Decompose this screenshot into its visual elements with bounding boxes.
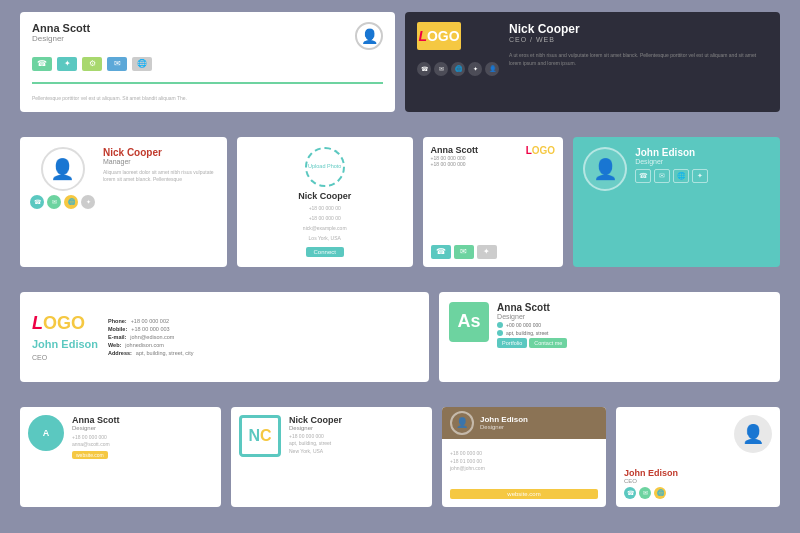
nick-loc-icon: ✦ — [81, 195, 95, 209]
contact-button[interactable]: Contact me — [529, 338, 567, 348]
anna-circle-website-btn[interactable]: website.com — [72, 451, 108, 459]
email-circle-icon: ✉ — [434, 62, 448, 76]
nick-nc-name: Nick Cooper — [289, 415, 424, 425]
row1: Anna Scott Designer 👤 ☎ ✦ ⚙ ✉ 🌐 Pellente… — [20, 12, 780, 112]
anna-badge-name: Anna Scott — [497, 302, 770, 313]
email-icon-box: ✉ — [107, 57, 127, 71]
nick-profile-name: Nick Cooper — [103, 147, 217, 158]
nick-profile-info: Nick Cooper Manager Aliquam laoreet dolo… — [103, 147, 217, 257]
location-circle-icon: ✦ — [468, 62, 482, 76]
gray-icon-box: ✦ — [477, 245, 497, 259]
john-bottom-details: +18 00 000 00 +18 01 000 00 john@john.co… — [450, 444, 598, 479]
card-anna-simple: Anna Scott Designer 👤 ☎ ✦ ⚙ ✉ 🌐 Pellente… — [20, 12, 395, 112]
nick-profile-role: Manager — [103, 158, 217, 165]
john-right-icons: ☎ ✉ 🌐 — [624, 487, 772, 499]
john-teal-name: John Edison — [635, 147, 770, 158]
nick-dark-name: Nick Cooper — [509, 22, 768, 36]
card-anna-logo: Anna Scott +18 00 000 000 +18 00 000 000… — [423, 137, 564, 267]
card-john-teal: 👤 John Edison Designer ☎ ✉ 🌐 ✦ — [573, 137, 780, 267]
john-teal-info: John Edison Designer ☎ ✉ 🌐 ✦ — [635, 147, 770, 257]
john-teal-role: Designer — [635, 158, 770, 165]
anna-logo-icons: ☎ ✉ ✦ — [431, 245, 556, 259]
anna-simple-separator — [32, 82, 383, 84]
card-john-logo: LOGO John Edison CEO Phone:+18 00 000 00… — [20, 292, 429, 382]
phone-dot — [497, 322, 503, 328]
nick-phone-icon: ☎ — [30, 195, 44, 209]
anna-simple-role: Designer — [32, 34, 90, 43]
nick-dark-info: Nick Cooper CEO / WEB A ut eros et nibh … — [509, 22, 768, 102]
teal-icon-box: ☎ — [431, 245, 451, 259]
nick-profile-avatar: 👤 — [41, 147, 85, 191]
upload-phone1: +18 00 000 00 — [309, 205, 341, 211]
john-logo-badge: LOGO — [32, 313, 98, 334]
connect-button[interactable]: Connect — [306, 247, 344, 257]
john-right-top: 👤 — [624, 415, 772, 453]
anna-circle-details: +18 00 000 000 anna@scott.com — [72, 434, 213, 449]
web-circle-icon: 🌐 — [451, 62, 465, 76]
anna-logo-name: Anna Scott — [431, 145, 479, 155]
anna-badge-address: apt, building, street — [497, 330, 770, 336]
location-icon-box: ✦ — [57, 57, 77, 71]
card-anna-circle: A Anna Scott Designer +18 00 000 000 ann… — [20, 407, 221, 507]
john-email-outline: ✉ — [654, 169, 670, 183]
upload-circle[interactable]: Upload Photo — [305, 147, 345, 187]
nick-nc-details: +18 00 000 000 apt, building, street New… — [289, 433, 424, 456]
nick-nc-phone: +18 00 000 000 — [289, 433, 424, 441]
card-nick-profile: 👤 ☎ ✉ 🌐 ✦ Nick Cooper Manager Aliquam la… — [20, 137, 227, 267]
john-logo-address: Address:apt, building, street, city — [108, 350, 417, 356]
john-bottom-btn[interactable]: website.com — [450, 489, 598, 499]
nick-dark-logo-section: LOGO ☎ ✉ 🌐 ✦ 👤 — [417, 22, 499, 102]
anna-badge-info: Anna Scott Designer +00 00 000 000 apt, … — [497, 302, 770, 372]
anna-badge-phone: +00 00 000 000 — [497, 322, 770, 328]
nick-dark-icons: ☎ ✉ 🌐 ✦ 👤 — [417, 62, 499, 76]
john-bottom-role: Designer — [480, 424, 528, 430]
portfolio-button[interactable]: Portfolio — [497, 338, 527, 348]
person-circle-icon: 👤 — [485, 62, 499, 76]
john-logo-role: CEO — [32, 354, 98, 361]
upload-email: nick@example.com — [303, 225, 347, 231]
card-john-right: 👤 John Edison CEO ☎ ✉ 🌐 — [616, 407, 780, 507]
green-icon-box: ✉ — [454, 245, 474, 259]
nick-profile-avatar-section: 👤 ☎ ✉ 🌐 ✦ — [30, 147, 95, 257]
anna-logo-phone2: +18 00 000 000 — [431, 161, 479, 167]
john-phone-outline: ☎ — [635, 169, 651, 183]
anna-badge-role: Designer — [497, 313, 770, 320]
john-teal-avatar-section: 👤 — [583, 147, 627, 257]
nick-dark-text: A ut eros et nibh risus and vulputate lo… — [509, 51, 768, 67]
upload-address: Los York, USA — [309, 235, 341, 241]
john-logo-phone: Phone:+18 00 000 002 — [108, 318, 417, 324]
nick-web-icon: 🌐 — [64, 195, 78, 209]
anna-simple-footer: Pellentesque porttitor vel est ut aliqua… — [32, 95, 383, 102]
john-right-web-icon: 🌐 — [654, 487, 666, 499]
upload-phone2: +18 00 000 00 — [309, 215, 341, 221]
anna-badge-as: As — [449, 302, 489, 342]
anna-simple-avatar: 👤 — [355, 22, 383, 50]
phone-icon-box: ☎ — [32, 57, 52, 71]
anna-logo-badge: LOGO — [526, 145, 555, 167]
anna-circle-photo: A — [28, 415, 64, 451]
john-teal-avatar: 👤 — [583, 147, 627, 191]
row4: A Anna Scott Designer +18 00 000 000 ann… — [20, 407, 780, 507]
john-right-avatar: 👤 — [734, 415, 772, 453]
card-anna-badge: As Anna Scott Designer +00 00 000 000 ap… — [439, 292, 780, 382]
card-nick-dark: LOGO ☎ ✉ 🌐 ✦ 👤 Nick Cooper CEO / WEB A u… — [405, 12, 780, 112]
card-nick-nc: N C Nick Cooper Designer +18 00 000 000 … — [231, 407, 432, 507]
nick-nc-city: New York, USA — [289, 448, 424, 456]
john-teal-icons: ☎ ✉ 🌐 ✦ — [635, 169, 770, 183]
john-logo-right: Phone:+18 00 000 002 Mobile:+18 00 000 0… — [108, 302, 417, 372]
anna-simple-icons: ☎ ✦ ⚙ ✉ 🌐 — [32, 57, 383, 71]
anna-circle-phone: +18 00 000 000 — [72, 434, 213, 442]
anna-logo-top: Anna Scott +18 00 000 000 +18 00 000 000… — [431, 145, 556, 167]
nick-email-icon: ✉ — [47, 195, 61, 209]
nick-nc-role: Designer — [289, 425, 424, 431]
nick-profile-desc: Aliquam laoreet dolor sit amet nibh risu… — [103, 169, 217, 184]
anna-circle-email: anna@scott.com — [72, 441, 213, 449]
john-right-role: CEO — [624, 478, 772, 484]
john-bottom-name: John Edison — [480, 415, 528, 424]
main-container: Anna Scott Designer 👤 ☎ ✦ ⚙ ✉ 🌐 Pellente… — [20, 12, 780, 522]
gear-icon-box: ⚙ — [82, 57, 102, 71]
nick-profile-icons: ☎ ✉ 🌐 ✦ — [30, 195, 95, 209]
anna-circle-info: Anna Scott Designer +18 00 000 000 anna@… — [72, 415, 213, 499]
john-logo-left: LOGO John Edison CEO — [32, 302, 98, 372]
phone-circle-icon: ☎ — [417, 62, 431, 76]
